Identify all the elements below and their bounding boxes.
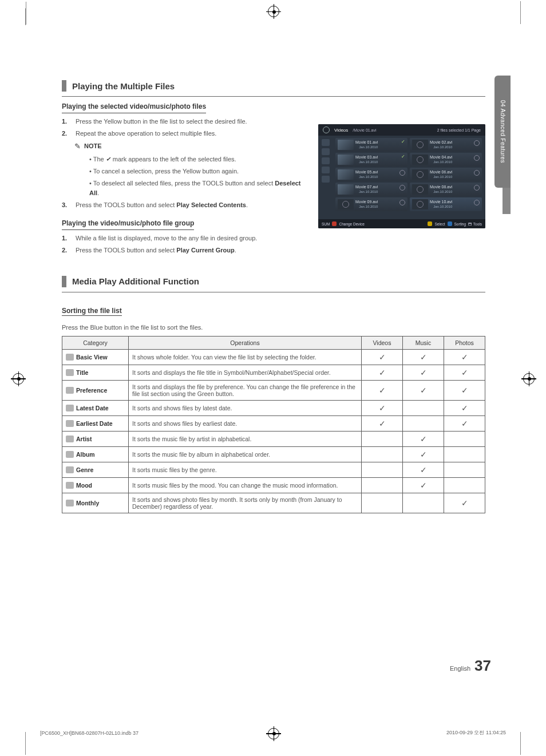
ordered-list: 1.While a file list is displayed, move t… (62, 233, 302, 255)
check-icon: ✓ (401, 139, 405, 144)
file-info: Movie 08.avi Jan.10.2010 (430, 185, 452, 194)
table-row: Title It sorts and displays the file tit… (62, 365, 485, 380)
operation-cell: It sorts and displays the file title in … (129, 365, 362, 380)
check-cell: ✓ (444, 380, 485, 400)
category-label: Title (76, 369, 88, 376)
file-date: Jan.10.2010 (433, 145, 452, 149)
check-cell: ✓ (362, 400, 403, 415)
category-cell: Preference (62, 380, 129, 400)
category-icon (66, 451, 74, 458)
check-cell: ✓ (362, 415, 403, 431)
operation-cell: It sorts the music file by album in alph… (129, 446, 362, 462)
operation-cell: It sorts and shows files by earliest dat… (129, 415, 362, 431)
category-label: Genre (76, 466, 93, 473)
file-info: Movie 09.avi Jan.10.2010 (355, 200, 378, 209)
page-footer: English 37 (450, 657, 491, 675)
tv-c-label: Select (434, 222, 445, 226)
reel-icon (474, 170, 480, 176)
print-info-line: [PC6500_XH]BN68-02807H-02L10.indb 37 201… (40, 729, 506, 737)
section-title: Media Play Additional Function (72, 276, 199, 286)
sidebar-icon (322, 176, 330, 183)
step-text: Repeat the above operation to select mul… (76, 129, 216, 138)
content-area: Playing the Multiple Files Playing the s… (62, 76, 485, 513)
crop-mark (25, 8, 42, 25)
category-icon (66, 500, 74, 506)
divider (62, 96, 485, 97)
category-label: Earliest Date (76, 420, 113, 427)
step-text: Press the TOOLS button and select Play S… (76, 200, 248, 210)
crop-mark (504, 8, 521, 25)
registration-mark-icon (523, 373, 533, 383)
col-category: Category (62, 336, 129, 349)
category-icon (66, 466, 74, 473)
empty-cell (444, 446, 485, 462)
file-name: Movie 09.avi (355, 200, 378, 204)
subheading: Sorting the file list (62, 307, 122, 316)
chapter-tab: 04 Advanced Features (494, 76, 511, 188)
description: Press the Blue button in the file list t… (62, 323, 485, 333)
file-name: Movie 02.avi (430, 140, 452, 145)
category-cell: Title (62, 365, 129, 380)
thumbnail (338, 155, 354, 165)
category-icon (66, 482, 74, 489)
category-icon (66, 369, 74, 376)
list-item: The ✓ mark appears to the left of the se… (89, 155, 302, 164)
file-name: Movie 04.avi (430, 155, 452, 160)
col-videos: Videos (362, 336, 403, 349)
category-cell: Monthly (62, 493, 129, 513)
category-icon (66, 436, 74, 442)
note-list: The ✓ mark appears to the left of the se… (62, 155, 302, 198)
tv-sidebar (322, 138, 333, 211)
tv-file-cell: Movie 10.avi Jan.10.2010 (410, 197, 482, 211)
thumbnail (338, 140, 354, 150)
list-item: To deselect all selected files, press th… (89, 179, 302, 198)
page: 04 Advanced Features Playing the Multipl… (0, 0, 546, 756)
empty-cell (403, 415, 444, 431)
table-header-row: Category Operations Videos Music Photos (62, 336, 485, 349)
operation-cell: It shows whole folder. You can view the … (129, 349, 362, 365)
footer-page-number: 37 (474, 657, 491, 674)
operation-cell: It sorts and shows files by latest date. (129, 400, 362, 415)
tv-file-cell: Movie 07.avi Jan.10.2010 (335, 183, 407, 196)
videos-icon (323, 126, 330, 133)
subheading: Playing the video/music/photo file group (62, 218, 194, 230)
category-cell: Basic View (62, 349, 129, 365)
check-cell: ✓ (444, 415, 485, 431)
sidebar-icon (322, 139, 330, 146)
tv-file-cell: Movie 02.avi Jan.10.2010 (410, 138, 482, 152)
list-item: 1.Press the Yellow button in the file li… (62, 117, 302, 126)
thumbnail (412, 169, 428, 180)
table-row: Earliest Date It sorts and shows files b… (62, 415, 485, 431)
list-item: To cancel a selection, press the Yellow … (89, 167, 302, 176)
empty-cell (362, 493, 403, 513)
tv-tools-label: 🗔 Tools (468, 222, 482, 226)
empty-cell (362, 462, 403, 477)
category-label: Artist (76, 436, 92, 442)
check-cell: ✓ (403, 477, 444, 493)
print-filename: [PC6500_XH]BN68-02807H-02L10.indb 37 (40, 730, 139, 736)
table-row: Genre It sorts music files by the genre.… (62, 462, 485, 477)
file-name: Movie 06.avi (430, 170, 452, 175)
side-stub (503, 188, 511, 214)
table-row: Latest Date It sorts and shows files by … (62, 400, 485, 415)
check-cell: ✓ (362, 349, 403, 365)
tv-file-cell: Movie 01.avi Jan.10.2010 ✓ (335, 138, 407, 152)
file-date: Jan.10.2010 (359, 175, 378, 179)
table-row: Preference It sorts and displays the fil… (62, 380, 485, 400)
tv-file-cell: Movie 05.avi Jan.10.2010 (335, 168, 407, 181)
file-date: Jan.10.2010 (433, 160, 452, 164)
list-item: 1.While a file list is displayed, move t… (62, 233, 302, 243)
step-text: Press the Yellow button in the file list… (76, 117, 247, 126)
button-d-icon (448, 221, 452, 226)
check-cell: ✓ (403, 365, 444, 380)
tv-selection-info: 2 files selected 1/1 Page (437, 128, 481, 132)
file-name: Movie 07.avi (355, 185, 378, 189)
list-item: 2.Press the TOOLS button and select Play… (62, 246, 302, 255)
category-cell: Earliest Date (62, 415, 129, 431)
tv-file-cell: Movie 03.avi Jan.10.2010 ✓ (335, 153, 407, 167)
file-date: Jan.10.2010 (359, 145, 378, 149)
operation-cell: It sorts and displays the file by prefer… (129, 380, 362, 400)
file-name: Movie 01.avi (355, 140, 378, 145)
check-cell: ✓ (362, 380, 403, 400)
table-row: Album It sorts the music file by album i… (62, 446, 485, 462)
